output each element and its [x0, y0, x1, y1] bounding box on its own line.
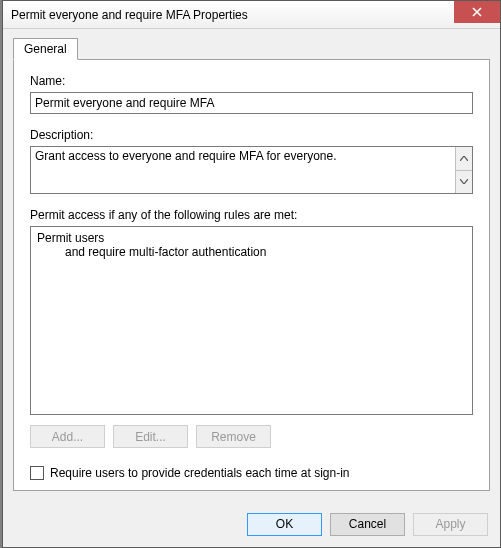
window-title: Permit everyone and require MFA Properti…	[11, 8, 248, 22]
name-input[interactable]	[30, 92, 473, 114]
chevron-down-icon	[460, 179, 468, 184]
close-icon	[472, 7, 482, 17]
description-label: Description:	[30, 128, 473, 142]
tab-panel-general: Name: Description: Permit access if any …	[13, 59, 490, 491]
rules-listbox[interactable]: Permit users and require multi-factor au…	[30, 226, 473, 415]
edit-button[interactable]: Edit...	[113, 425, 188, 448]
dialog-window: Permit everyone and require MFA Properti…	[2, 0, 501, 548]
require-credentials-label: Require users to provide credentials eac…	[50, 466, 349, 480]
apply-button[interactable]: Apply	[413, 513, 488, 536]
rules-label: Permit access if any of the following ru…	[30, 208, 473, 222]
rules-button-row: Add... Edit... Remove	[30, 425, 473, 448]
scroll-down-button[interactable]	[456, 171, 472, 194]
tab-strip: General	[13, 37, 490, 59]
require-credentials-checkbox[interactable]	[30, 466, 44, 480]
scroll-up-button[interactable]	[456, 147, 472, 171]
rule-line-1: Permit users	[37, 231, 466, 245]
close-button[interactable]	[454, 1, 500, 23]
require-credentials-row: Require users to provide credentials eac…	[30, 466, 473, 480]
tab-general[interactable]: General	[13, 38, 78, 60]
description-spinner	[455, 147, 472, 193]
ok-button[interactable]: OK	[247, 513, 322, 536]
add-button[interactable]: Add...	[30, 425, 105, 448]
name-label: Name:	[30, 74, 473, 88]
remove-button[interactable]: Remove	[196, 425, 271, 448]
dialog-footer: OK Cancel Apply	[3, 501, 500, 547]
description-field	[30, 146, 473, 194]
rule-line-2: and require multi-factor authentication	[37, 245, 466, 259]
chevron-up-icon	[460, 156, 468, 161]
description-input[interactable]	[31, 147, 455, 193]
title-bar: Permit everyone and require MFA Properti…	[3, 1, 500, 29]
cancel-button[interactable]: Cancel	[330, 513, 405, 536]
client-area: General Name: Description: Permit	[3, 29, 500, 501]
